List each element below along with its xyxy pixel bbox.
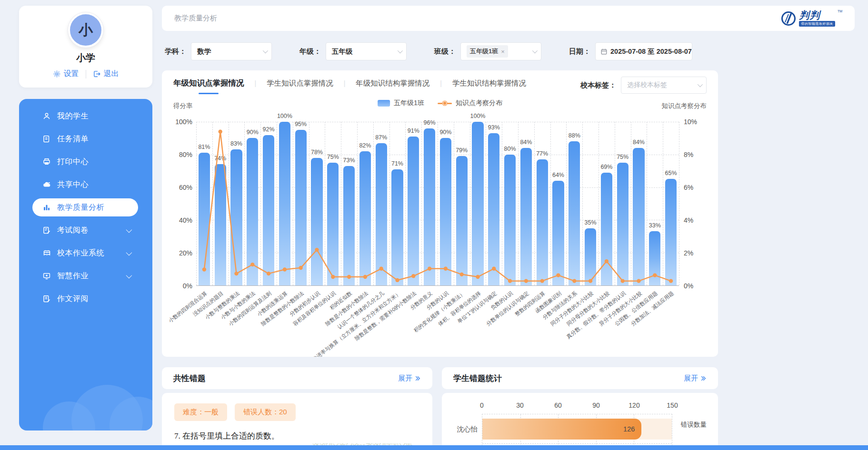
y-tick-right: 8% bbox=[684, 151, 693, 158]
bar bbox=[472, 122, 483, 285]
class-tag: 五年级1班 × bbox=[467, 45, 508, 58]
bar bbox=[649, 231, 660, 285]
bar bbox=[569, 141, 580, 285]
bar-column: 33% bbox=[647, 122, 663, 285]
sb-tick: 30 bbox=[516, 401, 524, 409]
bar bbox=[215, 164, 226, 285]
x-axis-label: 负数的认识 bbox=[502, 286, 518, 355]
sb-tick: 60 bbox=[554, 401, 562, 409]
student-errors-title: 学生错题统计 bbox=[453, 373, 502, 384]
sidebar-item-6[interactable]: 考试阅卷 bbox=[19, 219, 152, 242]
sidebar-item-8[interactable]: 智慧作业 bbox=[19, 264, 152, 287]
bar-column: 81% bbox=[196, 122, 212, 285]
bar-value-label: 80% bbox=[504, 146, 516, 152]
bar-value-label: 83% bbox=[230, 140, 242, 147]
grade-value: 五年级 bbox=[332, 47, 353, 56]
common-errors-expand-link[interactable]: 展开 bbox=[398, 374, 421, 383]
legend-line-swatch bbox=[438, 100, 452, 107]
bar-value-label: 90% bbox=[247, 129, 259, 136]
grade-label: 年级： bbox=[299, 47, 321, 56]
smart-homework-icon bbox=[42, 271, 51, 281]
tab-4[interactable]: 学生知识结构掌握情况 bbox=[452, 78, 526, 92]
settings-button[interactable]: 设置 bbox=[53, 69, 79, 79]
grade-select[interactable]: 五年级 bbox=[326, 42, 407, 60]
grade-knowledge-card: 年级知识点掌握情况|学生知识点掌握情况|年级知识结构掌握情况|学生知识结构掌握情… bbox=[162, 70, 718, 357]
y-tick-right: 4% bbox=[684, 216, 693, 224]
bar bbox=[520, 148, 532, 285]
sidebar-item-label: 共享中心 bbox=[57, 180, 89, 190]
subject-select[interactable]: 数学 bbox=[191, 42, 272, 60]
chevron-down-icon bbox=[126, 272, 132, 278]
class-label: 班级： bbox=[434, 47, 456, 56]
bar-column: 84% bbox=[518, 122, 534, 285]
sidebar-item-label: 智慧作业 bbox=[57, 271, 89, 281]
bar-value-label: 75% bbox=[617, 154, 629, 160]
tab-3[interactable]: 年级知识结构掌握情况 bbox=[356, 78, 429, 92]
logout-button[interactable]: 退出 bbox=[93, 69, 119, 79]
bar bbox=[376, 143, 387, 285]
common-errors-header: 共性错题 展开 bbox=[162, 367, 432, 389]
school-tag-select[interactable]: 选择校本标签 bbox=[621, 77, 707, 94]
y-tick-left: 0% bbox=[183, 282, 192, 290]
bar-column: 95% bbox=[293, 122, 309, 285]
sidebar-item-4[interactable]: 共享中心 bbox=[19, 173, 152, 196]
bar-value-label: 35% bbox=[585, 219, 597, 226]
sidebar-item-label: 打印中心 bbox=[57, 157, 89, 167]
class-select[interactable]: 五年级1班 × bbox=[460, 42, 541, 60]
common-errors-title: 共性错题 bbox=[173, 373, 206, 384]
footer-strip bbox=[0, 445, 868, 450]
divider bbox=[86, 70, 86, 78]
badges-row: 难度：一般错误人数：20 bbox=[174, 403, 420, 421]
sidebar-item-7[interactable]: 校本作业系统 bbox=[19, 242, 152, 264]
tab-1[interactable]: 年级知识点掌握情况 bbox=[173, 78, 244, 92]
x-axis-label: 分数加法、减法应用题 bbox=[663, 286, 679, 355]
badge-1: 难度：一般 bbox=[174, 403, 227, 421]
x-axis-label: 体积单位间的进率与换算（立方厘米、立方分米和立方米） bbox=[389, 286, 406, 355]
sb-axis-label: 错误数量 bbox=[681, 421, 707, 429]
sidebar-item-5[interactable]: 教学质量分析 bbox=[19, 196, 152, 219]
subject-label: 学科： bbox=[165, 47, 186, 56]
chevron-down-icon bbox=[263, 48, 268, 53]
date-range-picker[interactable]: 2025-07-08 至 2025-08-07 bbox=[595, 42, 692, 60]
student-errors-expand-link[interactable]: 展开 bbox=[684, 374, 707, 383]
x-axis-label: 小数与小数的乘法 bbox=[244, 286, 260, 355]
bar-value-label: 82% bbox=[359, 142, 371, 149]
sidebar-item-label: 校本作业系统 bbox=[57, 248, 104, 258]
legend-class-series[interactable]: 五年级1班 bbox=[378, 99, 424, 108]
sidebar-menu: 我的学生任务清单打印中心共享中心教学质量分析考试阅卷校本作业系统智慧作业作文评阅 bbox=[19, 99, 152, 430]
sidebar-item-1[interactable]: 我的学生 bbox=[19, 105, 152, 127]
x-axis-label: 公因数、公倍数应用题 bbox=[647, 286, 663, 355]
logout-label: 退出 bbox=[104, 69, 119, 79]
student-errors-header: 学生错题统计 展开 bbox=[442, 367, 718, 389]
logout-icon bbox=[93, 70, 101, 78]
bar bbox=[665, 179, 677, 285]
bar-value-label: 77% bbox=[536, 150, 548, 157]
logo-swoosh-icon bbox=[780, 10, 797, 27]
chevron-down-icon bbox=[126, 226, 132, 233]
profile-name: 小学 bbox=[19, 51, 152, 64]
y-tick-left: 40% bbox=[179, 216, 192, 224]
tab-2[interactable]: 学生知识点掌握情况 bbox=[267, 78, 333, 92]
sidebar-item-9[interactable]: 作文评阅 bbox=[19, 287, 152, 310]
sb-student-name: 沈心怡 bbox=[449, 424, 478, 433]
bar-column: 71% bbox=[389, 122, 406, 285]
profile-card: 小 小学 设置 退出 bbox=[19, 6, 152, 88]
gear-icon bbox=[53, 70, 61, 78]
bar bbox=[440, 138, 451, 285]
bar-value-label: 84% bbox=[520, 139, 532, 146]
bar-value-label: 64% bbox=[552, 172, 564, 178]
bar-value-label: 71% bbox=[391, 160, 403, 167]
sidebar-item-3[interactable]: 打印中心 bbox=[19, 150, 152, 173]
legend-line-series[interactable]: 知识点考察分布 bbox=[438, 99, 502, 108]
y-tick-left: 60% bbox=[179, 184, 192, 191]
close-icon[interactable]: × bbox=[501, 48, 505, 55]
y-tick-right: 10% bbox=[684, 118, 697, 126]
bar-value-label: 79% bbox=[456, 147, 468, 154]
date-label: 日期： bbox=[569, 47, 590, 56]
x-axis-label: 整数的四则运算 bbox=[534, 286, 550, 355]
sb-tick: 120 bbox=[629, 401, 639, 409]
sidebar-item-2[interactable]: 任务清单 bbox=[19, 127, 152, 150]
y-tick-left: 80% bbox=[179, 151, 192, 158]
sb-bar-value: 126 bbox=[623, 425, 635, 433]
task-list-icon bbox=[42, 134, 51, 144]
